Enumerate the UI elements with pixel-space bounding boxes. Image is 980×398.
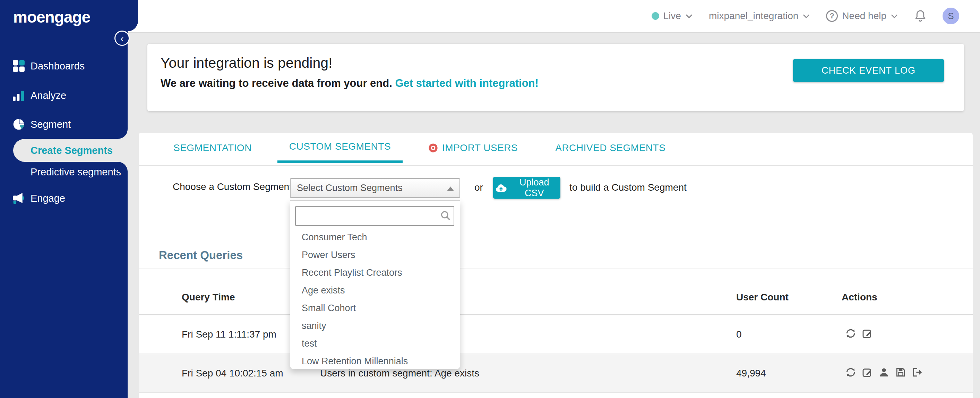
- query-time-cell: Fri Sep 04 10:02:15 am: [182, 368, 283, 379]
- banner-subtitle: We are waiting to receive data from your…: [161, 77, 539, 90]
- refresh-icon[interactable]: [845, 328, 856, 339]
- edit-icon[interactable]: [862, 367, 873, 378]
- segment-option[interactable]: test: [290, 335, 460, 353]
- bell-icon[interactable]: [914, 9, 927, 23]
- import-users-target-icon: [428, 143, 438, 153]
- recent-queries-heading: Recent Queries: [159, 249, 243, 262]
- segment-option[interactable]: Small Cohort: [290, 299, 460, 317]
- tab-custom-segments[interactable]: CUSTOM SEGMENTS: [277, 133, 402, 163]
- integration-banner: Your integration is pending! We are wait…: [147, 44, 964, 111]
- help-label: Need help: [842, 10, 886, 22]
- moengage-logo: moengage: [13, 8, 90, 26]
- custom-segment-select[interactable]: Select Custom Segments: [290, 178, 460, 198]
- or-label: or: [474, 182, 483, 193]
- tab-segmentation[interactable]: SEGMENTATION: [162, 133, 264, 163]
- user-icon[interactable]: [878, 367, 889, 378]
- segment-tabs: SEGMENTATION CUSTOM SEGMENTS IMPORT USER…: [162, 133, 677, 163]
- chevron-down-icon: [802, 14, 810, 18]
- environment-label: Live: [663, 10, 681, 22]
- sidebar-item-label: Segment: [30, 119, 71, 130]
- select-value: Select Custom Segments: [297, 183, 402, 193]
- sidebar-collapse-button[interactable]: ‹: [115, 30, 130, 46]
- chevron-down-icon: [685, 14, 693, 18]
- active-pill-scoop-bottom: [118, 162, 127, 171]
- chevron-up-icon: [447, 187, 454, 191]
- build-segment-label: to build a Custom Segment: [570, 182, 687, 193]
- segment-option[interactable]: Age exists: [290, 282, 460, 299]
- check-event-log-button[interactable]: CHECK EVENT LOG: [793, 59, 944, 82]
- column-header-user-count: User Count: [736, 292, 789, 303]
- moengage-app: moengage Dashboards Analyze Segment: [0, 0, 980, 398]
- sidebar-item-label: Dashboards: [30, 61, 84, 72]
- banner-title: Your integration is pending!: [161, 55, 332, 71]
- segments-card: SEGMENTATION CUSTOM SEGMENTS IMPORT USER…: [139, 133, 973, 398]
- segment-option[interactable]: Recent Playlist Creators: [290, 264, 460, 282]
- topbar: Live mixpanel_integration ? Need help S: [127, 0, 980, 33]
- workspace-selector[interactable]: mixpanel_integration: [709, 10, 810, 22]
- search-icon: [441, 211, 451, 221]
- table-top-divider: [139, 268, 973, 269]
- get-started-link[interactable]: Get started with integration!: [395, 77, 538, 89]
- sidebar-item-label: Predictive segments: [30, 166, 121, 178]
- edit-icon[interactable]: [862, 328, 873, 339]
- tab-import-users[interactable]: IMPORT USERS: [417, 133, 530, 163]
- sidebar: moengage Dashboards Analyze Segment: [0, 0, 127, 398]
- sidebar-item-segment[interactable]: Segment: [0, 115, 127, 134]
- query-time-cell: Fri Sep 11 1:11:37 pm: [182, 329, 276, 340]
- segment-search-input[interactable]: [295, 206, 454, 226]
- engage-icon: [12, 191, 30, 205]
- sidebar-item-create-segments[interactable]: Create Segments: [13, 139, 127, 162]
- tabs-divider: [139, 165, 973, 166]
- column-header-actions: Actions: [842, 292, 877, 303]
- user-count-cell: 49,994: [736, 368, 766, 379]
- save-icon[interactable]: [895, 367, 906, 378]
- active-pill-scoop-top: [118, 129, 127, 139]
- chevron-down-icon: [891, 14, 898, 18]
- upload-csv-button[interactable]: Upload CSV: [493, 177, 560, 199]
- sidebar-item-engage[interactable]: Engage: [0, 189, 127, 208]
- column-header-query-time: Query Time: [182, 292, 235, 303]
- segment-option[interactable]: Consumer Tech: [290, 229, 460, 246]
- tab-archived-segments[interactable]: ARCHIVED SEGMENTS: [543, 133, 677, 163]
- segment-icon: [12, 117, 30, 131]
- custom-segments-dropdown-panel: Consumer TechPower UsersRecent Playlist …: [290, 200, 460, 369]
- sidebar-item-dashboards[interactable]: Dashboards: [0, 56, 127, 76]
- table-row: Fri Sep 04 10:02:15 am Users in custom s…: [139, 354, 973, 392]
- analyze-icon: [12, 89, 30, 102]
- refresh-icon[interactable]: [845, 367, 856, 378]
- sidebar-item-label: Analyze: [30, 90, 66, 101]
- choose-segment-label: Choose a Custom Segment:: [173, 181, 295, 192]
- segment-options-list: Consumer TechPower UsersRecent Playlist …: [290, 229, 460, 370]
- environment-selector[interactable]: Live: [652, 10, 693, 22]
- workspace-label: mixpanel_integration: [709, 10, 798, 22]
- sidebar-item-analyze[interactable]: Analyze: [0, 86, 127, 105]
- row-divider: [139, 392, 973, 393]
- avatar[interactable]: S: [943, 8, 959, 24]
- table-row: Fri Sep 11 1:11:37 pm 0: [139, 315, 973, 353]
- row-actions: [845, 367, 923, 378]
- sidebar-item-label: Create Segments: [30, 145, 113, 156]
- user-count-cell: 0: [736, 329, 742, 340]
- segment-option[interactable]: sanity: [290, 317, 460, 335]
- live-status-dot: [652, 12, 659, 20]
- cloud-upload-icon: [495, 183, 507, 193]
- sidebar-item-predictive-segments[interactable]: Predictive segments: [0, 162, 127, 182]
- export-icon[interactable]: [912, 367, 923, 378]
- question-circle-icon: ?: [826, 10, 838, 22]
- help-menu[interactable]: ? Need help: [826, 10, 898, 22]
- segment-option[interactable]: Low Retention Millennials: [290, 353, 460, 370]
- sidebar-item-label: Engage: [30, 193, 65, 204]
- row-actions: [845, 328, 873, 339]
- dashboards-icon: [12, 59, 30, 73]
- segment-option[interactable]: Power Users: [290, 246, 460, 264]
